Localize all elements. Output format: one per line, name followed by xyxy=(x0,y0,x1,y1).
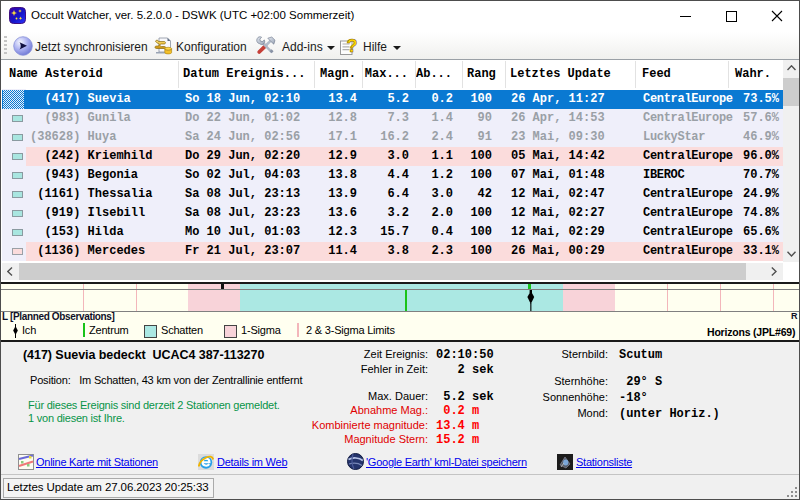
svg-text:?: ? xyxy=(347,36,358,56)
